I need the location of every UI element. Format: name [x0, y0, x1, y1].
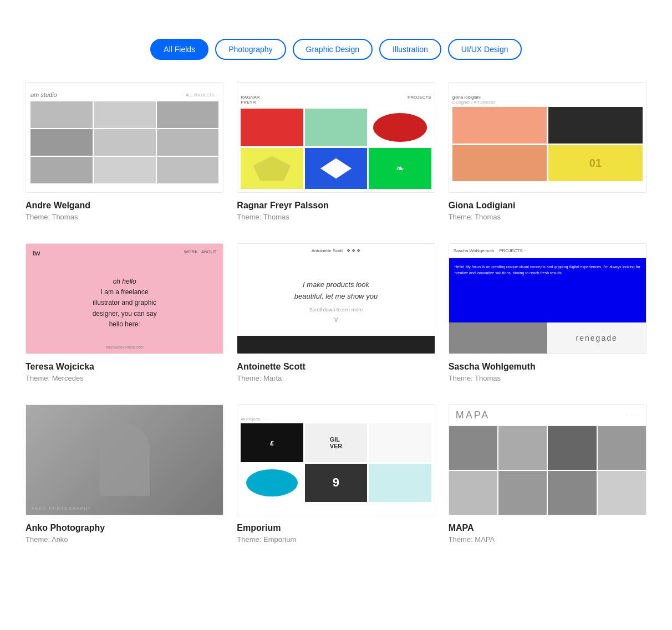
portfolio-card: ANKO PHOTOGRAPHY Anko PhotographyTheme: … [26, 404, 223, 544]
portfolio-card: MAPA · · · MAPATheme: MAPA [449, 404, 646, 544]
card-thumbnail[interactable]: tw WORK ABOUT oh helloI am a freelanceil… [26, 243, 223, 354]
filter-btn-graphic-design[interactable]: Graphic Design [293, 39, 373, 60]
filter-btn-illustration[interactable]: Illustration [379, 39, 441, 60]
portfolio-card: RAGNARFREYRPROJECTS ❧ Ragnar Freyr Palss… [237, 82, 435, 221]
card-thumbnail[interactable]: RAGNARFREYRPROJECTS ❧ [237, 82, 435, 193]
card-thumbnail[interactable]: Antoinette Scott ❖ ❖ ❖ I make products l… [237, 243, 435, 354]
portfolio-card: Antoinette Scott ❖ ❖ ❖ I make products l… [237, 243, 435, 382]
card-theme: Theme: Thomas [449, 213, 646, 221]
card-name: Anko Photography [26, 523, 223, 533]
card-name: Teresa Wojcicka [26, 362, 223, 372]
card-name: Antoinette Scott [237, 362, 435, 372]
portfolio-card: tw WORK ABOUT oh helloI am a freelanceil… [26, 243, 223, 382]
filter-btn-photography[interactable]: Photography [215, 39, 286, 60]
page-wrapper: All FieldsPhotographyGraphic DesignIllus… [20, 11, 652, 555]
card-thumbnail[interactable]: MAPA · · · [449, 404, 646, 515]
card-theme: Theme: Thomas [26, 213, 223, 221]
card-theme: Theme: Anko [26, 535, 223, 544]
filter-btn-all-fields[interactable]: All Fields [150, 39, 208, 60]
portfolio-card: am studio ALL PROJECTS ··· And [26, 82, 223, 221]
portfolio-card: Sascha Wohlgemuth PROJECTS ··· Hello! My… [449, 243, 646, 382]
card-thumbnail[interactable]: All Projects · · · ε GILVER 9 [237, 404, 435, 515]
card-thumbnail[interactable]: ANKO PHOTOGRAPHY [26, 404, 223, 515]
card-thumbnail[interactable]: am studio ALL PROJECTS ··· [26, 82, 223, 193]
card-name: Sascha Wohlgemuth [449, 362, 646, 372]
filter-btn-ui/ux-design[interactable]: UI/UX Design [448, 39, 522, 60]
card-theme: Theme: Thomas [449, 374, 646, 382]
card-name: MAPA [449, 523, 646, 533]
card-name: Ragnar Freyr Palsson [237, 201, 435, 211]
card-theme: Theme: Mercedes [26, 374, 223, 382]
card-name: Emporium [237, 523, 435, 533]
card-theme: Theme: Emporium [237, 535, 435, 544]
card-thumbnail[interactable]: Sascha Wohlgemuth PROJECTS ··· Hello! My… [449, 243, 646, 354]
card-theme: Theme: Marta [237, 374, 435, 382]
card-name: Giona Lodigiani [449, 201, 646, 211]
portfolio-grid: am studio ALL PROJECTS ··· And [26, 82, 646, 544]
card-name: Andre Welgand [26, 201, 223, 211]
filter-bar: All FieldsPhotographyGraphic DesignIllus… [26, 39, 646, 60]
card-theme: Theme: MAPA [449, 535, 646, 544]
portfolio-card: All Projects · · · ε GILVER 9 EmporiumTh… [237, 404, 435, 544]
portfolio-card: giona lodigianiDesigner / Art Director 0… [449, 82, 646, 221]
card-thumbnail[interactable]: giona lodigianiDesigner / Art Director 0… [449, 82, 646, 193]
card-theme: Theme: Thomas [237, 213, 435, 221]
